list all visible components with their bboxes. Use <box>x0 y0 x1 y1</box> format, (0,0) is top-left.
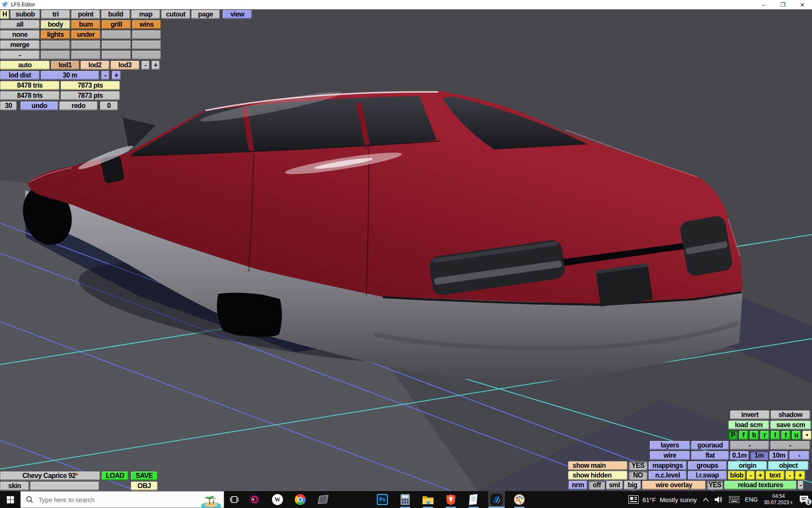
taskbar-app-notepad[interactable] <box>465 491 482 508</box>
subobject-grill[interactable]: grill <box>102 20 131 29</box>
language-indicator[interactable]: ENG <box>745 496 758 503</box>
grid-10m-button[interactable]: 10m <box>769 451 788 460</box>
groups-button[interactable]: groups <box>688 461 727 470</box>
proj-front-button[interactable]: f <box>739 431 748 440</box>
minimize-button[interactable]: – <box>754 0 773 9</box>
lod-minus-button[interactable]: - <box>141 61 150 70</box>
lod-dist-minus[interactable]: - <box>101 71 110 80</box>
taskbar-app-wikipedia[interactable]: W <box>269 491 286 508</box>
close-button[interactable]: ✕ <box>793 0 812 9</box>
tab-subob[interactable]: subob <box>10 10 40 19</box>
taskbar-app-opera-gx[interactable] <box>246 491 263 508</box>
dash-button[interactable]: - <box>0 50 40 60</box>
wire-button[interactable]: wire <box>650 451 690 460</box>
grid-dash-button[interactable]: - <box>789 451 809 460</box>
viewport-3d[interactable] <box>0 0 812 508</box>
shading-button[interactable]: gouraud <box>691 441 729 450</box>
start-button[interactable] <box>0 491 20 508</box>
skin-name-field[interactable] <box>30 481 99 491</box>
obj-button[interactable]: OBJ <box>131 481 158 491</box>
subobject-bum[interactable]: bum <box>71 20 101 29</box>
menu-h-button[interactable]: H <box>0 10 9 19</box>
tab-cutout[interactable]: cutout <box>161 10 190 19</box>
origin-button[interactable]: origin <box>728 461 767 470</box>
proj-under-button[interactable]: u <box>792 431 801 440</box>
lod-dist-plus[interactable]: + <box>112 71 121 80</box>
taskbar-app-photoshop[interactable]: Ps <box>374 491 391 508</box>
taskbar-app-paint[interactable] <box>511 491 528 508</box>
taskbar-app-calculator[interactable] <box>397 491 414 508</box>
search-input[interactable] <box>38 496 179 504</box>
task-view-button[interactable] <box>226 491 243 508</box>
blob-button[interactable]: blob <box>728 471 746 480</box>
show-main-toggle[interactable]: YES <box>628 461 647 470</box>
subobject-under[interactable]: under <box>71 30 101 39</box>
action-center-button[interactable]: 1 <box>799 495 809 504</box>
blob-plus-button[interactable]: + <box>756 471 765 480</box>
subobject-wins[interactable]: wins <box>132 20 161 29</box>
lod-plus-button[interactable]: + <box>151 61 160 70</box>
subobject-empty[interactable] <box>102 30 131 39</box>
taskbar-app-file-explorer[interactable] <box>420 491 436 508</box>
save-button[interactable]: SAVE <box>131 471 158 480</box>
tab-tri[interactable]: tri <box>41 10 70 19</box>
layers-dash-a[interactable]: - <box>730 441 769 450</box>
tab-build[interactable]: build <box>101 10 130 19</box>
tray-expand-button[interactable] <box>703 498 709 502</box>
subobject-empty[interactable] <box>132 50 161 60</box>
redo-button[interactable]: redo <box>59 101 98 110</box>
taskbar-search[interactable] <box>20 491 224 508</box>
nrm-off-button[interactable]: off <box>588 480 605 490</box>
lr-swap-button[interactable]: l.r.swap <box>688 471 727 480</box>
load-button[interactable]: LOAD <box>102 471 129 480</box>
subobject-empty[interactable] <box>132 30 161 39</box>
text-plus-button[interactable]: + <box>795 471 805 480</box>
proj-perspective-button[interactable]: P <box>728 431 738 440</box>
nrm-big-button[interactable]: big <box>624 480 641 490</box>
proj-left-button[interactable]: l <box>771 431 780 440</box>
news-weather-button[interactable]: 61°F Mostly sunny <box>628 495 697 504</box>
show-hidden-toggle[interactable]: NO <box>628 471 647 480</box>
subobject-empty[interactable] <box>102 40 131 50</box>
proj-right-button[interactable]: r <box>760 431 769 440</box>
merge-button[interactable]: merge <box>0 40 40 50</box>
tab-point[interactable]: point <box>71 10 100 19</box>
undo-button[interactable]: undo <box>20 101 58 110</box>
skin-button[interactable]: skin <box>0 481 29 491</box>
lod3-button[interactable]: lod3 <box>110 61 140 70</box>
wire-overlay-toggle[interactable]: YES <box>707 480 723 490</box>
lod-auto-button[interactable]: auto <box>0 61 50 70</box>
text-button[interactable]: text <box>765 471 785 480</box>
shadow-button[interactable]: shadow <box>771 410 810 420</box>
lod1-button[interactable]: lod1 <box>51 61 80 70</box>
taskbar-app-brave[interactable] <box>442 491 459 508</box>
blob-minus-button[interactable]: - <box>746 471 755 480</box>
nc-level-button[interactable]: n.c.level <box>648 471 687 480</box>
flat-button[interactable]: flat <box>691 451 729 460</box>
reload-textures-button[interactable]: reload textures <box>724 480 797 490</box>
grid-1m-button[interactable]: 1m <box>750 451 768 460</box>
lod2-button[interactable]: lod2 <box>80 61 110 70</box>
subobject-empty[interactable] <box>41 40 70 50</box>
subobject-empty[interactable] <box>71 50 101 60</box>
tab-view[interactable]: view <box>222 10 252 19</box>
select-all-button[interactable]: all <box>0 20 40 29</box>
subobject-body[interactable]: body <box>41 20 70 29</box>
taskbar-app-steam[interactable] <box>315 491 332 508</box>
taskbar-app-lfs-editor[interactable] <box>488 491 505 508</box>
subobject-empty[interactable] <box>132 40 161 50</box>
taskbar-app-chrome[interactable] <box>292 491 309 508</box>
load-scm-button[interactable]: load scm <box>728 420 769 430</box>
nrm-sml-button[interactable]: sml <box>606 480 623 490</box>
subobject-empty[interactable] <box>102 50 131 60</box>
layers-button[interactable]: layers <box>650 441 690 450</box>
invert-button[interactable]: invert <box>730 410 770 420</box>
tab-map[interactable]: map <box>131 10 160 19</box>
subobject-lights[interactable]: lights <box>41 30 70 39</box>
touch-keyboard-button[interactable] <box>729 496 739 503</box>
proj-dot-button[interactable]: • <box>802 431 812 440</box>
tab-page[interactable]: page <box>191 10 220 19</box>
volume-button[interactable] <box>715 496 723 503</box>
restore-button[interactable]: ❐ <box>773 0 793 9</box>
proj-back-button[interactable]: b <box>749 431 759 440</box>
